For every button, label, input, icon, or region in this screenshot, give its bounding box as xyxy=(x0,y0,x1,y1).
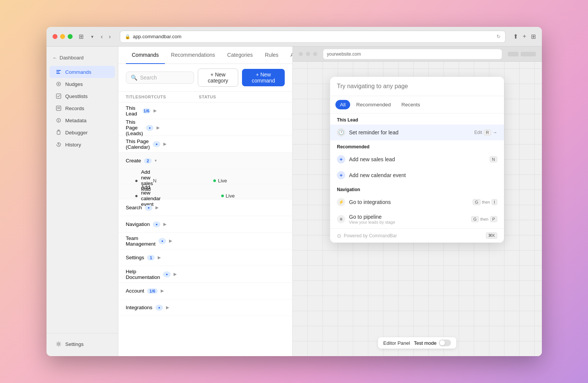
sub-row[interactable]: ● Add new calendar event Live ··· xyxy=(118,184,292,199)
expand-icon[interactable]: ▶ xyxy=(157,125,160,130)
address-bar[interactable]: 🔒 app.commandbar.com ↻ xyxy=(120,31,506,43)
test-mode-label: Test mode xyxy=(414,340,436,346)
sidebar-item-nudges[interactable]: Nudges xyxy=(50,78,115,90)
table-row[interactable]: Navigation ● ▶ ⊕ ⚙ ··· xyxy=(118,216,292,233)
search-box[interactable]: 🔍 Search xyxy=(126,72,194,84)
metadata-icon xyxy=(56,117,62,123)
reload-icon[interactable]: ↻ xyxy=(496,34,501,39)
history-label: History xyxy=(65,142,81,148)
cb-item-add-calendar-event[interactable]: + Add new calendar event xyxy=(330,167,504,183)
row-actions: ⊕ ⚙ ··· xyxy=(281,124,292,131)
table-row[interactable]: This Page (Calendar) ● ▶ ⊕ ⚙ ··· xyxy=(118,136,292,153)
sidebar-item-debugger[interactable]: Debugger xyxy=(50,126,115,139)
row-badge: ● xyxy=(145,205,152,211)
cb-item-icon-clock: 🕐 xyxy=(337,128,345,137)
cb-footer-text: Powered by CommandBar xyxy=(344,233,397,238)
search-placeholder: Search xyxy=(140,75,157,81)
expand-icon[interactable]: ▶ xyxy=(154,108,157,113)
row-title-create: Create 2 ▾ xyxy=(126,158,157,163)
chevron-down-icon[interactable]: ▾ xyxy=(90,33,95,41)
new-command-button[interactable]: + New command xyxy=(242,69,284,86)
table-row[interactable]: Team Management ● ▶ ⊕ ⚙ ··· xyxy=(118,233,292,249)
cb-search-input[interactable] xyxy=(337,83,497,90)
table-row[interactable]: Account 1/6 ▶ ⊕ ⚙ ··· xyxy=(118,283,292,299)
sidebar-item-commands[interactable]: Commands xyxy=(50,66,115,78)
forward-nav-button[interactable]: › xyxy=(107,32,112,42)
new-tab-icon[interactable]: + xyxy=(523,33,526,40)
table-row[interactable]: This Lead 1/6 ▶ ⊕ ⚙ ··· xyxy=(118,103,292,119)
new-command-label: + New command xyxy=(247,72,279,84)
close-button[interactable] xyxy=(53,34,57,39)
cb-tab-all[interactable]: All xyxy=(335,100,350,109)
cb-item-go-integrations[interactable]: ⚡ Go to integrations G then I xyxy=(330,194,504,210)
sub-row-status: Live xyxy=(213,178,274,184)
expand-icon[interactable]: ▶ xyxy=(158,255,161,260)
cb-item-shortcut-gp: G then P xyxy=(471,216,497,222)
minimize-button[interactable] xyxy=(60,34,65,39)
expand-icon[interactable]: ▾ xyxy=(155,158,157,163)
commandbar-popup: All Recommended Recents This Lead 🕐 Set … xyxy=(330,77,504,243)
cb-item-go-pipeline[interactable]: ≡ Go to pipeline View your leads by stag… xyxy=(330,210,504,228)
tab-categories[interactable]: Categories xyxy=(221,47,259,64)
sidebar-item-metadata[interactable]: Metadata xyxy=(50,114,115,126)
table-row[interactable]: Help Documentation ● ▶ ⊕ ⚙ ··· xyxy=(118,266,292,283)
cb-body: This Lead 🕐 Set reminder for lead Edit R… xyxy=(330,114,504,243)
arrow-icon: → xyxy=(493,130,497,135)
expand-icon[interactable]: ▶ xyxy=(163,222,166,227)
cb-search-area xyxy=(330,77,504,96)
live-dot xyxy=(221,195,224,197)
tab-rules[interactable]: Rules xyxy=(259,47,285,64)
new-category-button[interactable]: + New category xyxy=(198,69,239,87)
sidebar-item-questlists[interactable]: Questlists xyxy=(50,90,115,102)
tab-bar: Commands Recommendations Categories Rule… xyxy=(118,47,292,64)
back-nav-button[interactable]: ‹ xyxy=(99,32,104,42)
row-label: Team Management xyxy=(126,235,156,247)
sidebar-item-history[interactable]: History xyxy=(50,139,115,151)
col-title: TITLE xyxy=(126,95,138,99)
expand-icon[interactable]: ▶ xyxy=(161,288,164,293)
expand-icon[interactable]: ▶ xyxy=(169,238,172,243)
expand-icon[interactable]: ▶ xyxy=(166,305,169,310)
tabs-icon[interactable]: ⊞ xyxy=(531,33,536,40)
sidebar-item-records[interactable]: Records xyxy=(50,102,115,114)
maximize-button[interactable] xyxy=(68,34,73,39)
sidebar-toggle-button[interactable]: ⊞ xyxy=(77,31,85,42)
then-label2: then xyxy=(480,217,488,221)
table-row[interactable]: Settings 1 ▶ ⊕ ⚙ ··· xyxy=(118,249,292,266)
tab-arguments[interactable]: Arguments xyxy=(284,47,292,64)
test-mode-toggle[interactable]: Test mode xyxy=(414,339,451,346)
dot-icon: ● xyxy=(135,177,138,184)
row-badge: ● xyxy=(158,238,166,244)
row-badge: ● xyxy=(146,125,154,131)
sub-row[interactable]: ● Add new sales lead N Live ··· xyxy=(118,169,292,184)
cb-item-add-sales-lead[interactable]: + Add new sales lead N xyxy=(330,151,504,167)
editor-panel-button[interactable]: Editor Panel xyxy=(383,340,410,346)
table-row[interactable]: Create 2 ▾ ⊕ ⚙ ··· xyxy=(118,153,292,169)
cb-item-icon-plus-lead: + xyxy=(337,155,345,163)
pipeline-sublabel: View your leads by stage xyxy=(349,220,467,224)
back-to-dashboard[interactable]: ← Dashboard xyxy=(47,53,118,66)
cb-item-set-reminder[interactable]: 🕐 Set reminder for lead Edit R → xyxy=(330,125,504,140)
tab-commands[interactable]: Commands xyxy=(126,47,165,64)
col-actions xyxy=(259,95,292,99)
expand-icon[interactable]: ▶ xyxy=(155,205,158,210)
sidebar-item-settings[interactable]: Settings xyxy=(50,338,115,350)
live-dot xyxy=(213,179,216,182)
expand-icon[interactable]: ▶ xyxy=(163,142,166,146)
preview-tl-3 xyxy=(313,52,317,56)
cb-item-text: Add new calendar event xyxy=(349,172,497,178)
cb-item-text-pipeline: Go to pipeline View your leads by stage xyxy=(349,214,467,224)
expand-icon[interactable]: ▶ xyxy=(174,272,177,277)
table-row[interactable]: Integrations ● ▶ ⊕ ⚙ ··· xyxy=(118,299,292,316)
browser-actions: ⬆ + ⊞ xyxy=(513,33,535,40)
cb-tab-recommended[interactable]: Recommended xyxy=(352,100,396,109)
share-icon[interactable]: ⬆ xyxy=(513,33,518,40)
table-row[interactable]: This Page (Leads) ● ▶ ⊕ ⚙ ··· xyxy=(118,119,292,136)
row-label: Create xyxy=(126,158,141,163)
cb-tab-recents[interactable]: Recents xyxy=(397,100,425,109)
commands-icon xyxy=(56,69,62,75)
sub-row-actions: ··· xyxy=(274,177,292,184)
tab-recommendations[interactable]: Recommendations xyxy=(165,47,221,64)
cb-footer: ⊙ Powered by CommandBar ⌘K xyxy=(330,228,504,243)
cb-item-icon-plus-cal: + xyxy=(337,171,345,179)
